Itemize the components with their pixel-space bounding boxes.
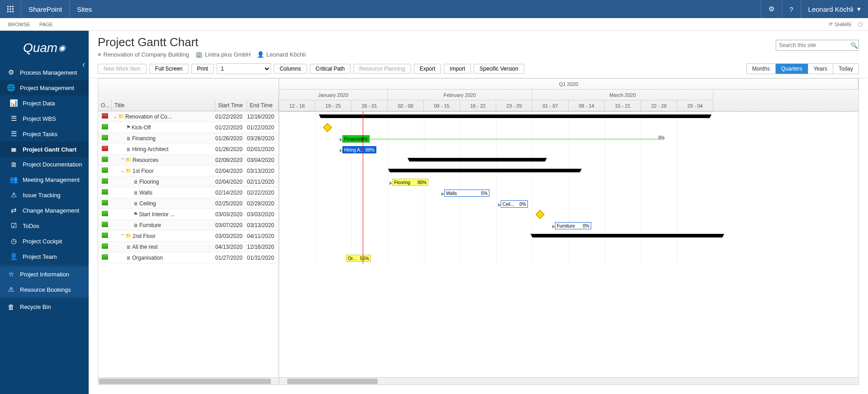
table-row[interactable]: 🗎 Ceiling02/25/202002/29/2020 xyxy=(98,198,279,209)
table-row[interactable]: ⌃📁 Resources02/08/202003/04/2020 xyxy=(98,155,279,166)
search-button[interactable]: 🔍 xyxy=(849,40,859,50)
table-row[interactable]: 🗎 Walls02/14/202002/22/2020 xyxy=(98,187,279,198)
gear-icon: ⚙ xyxy=(5,68,16,76)
focus-icon[interactable]: ▢ xyxy=(858,21,863,27)
chevron-up-icon[interactable]: ⌃ xyxy=(121,233,124,238)
nav-recycle-bin[interactable]: 🗑Recycle Bin xyxy=(0,299,89,314)
import-button[interactable]: Import xyxy=(444,64,471,74)
status-indicator xyxy=(102,146,108,151)
col-header-start[interactable]: Start Time xyxy=(215,100,247,111)
help-button[interactable]: ? xyxy=(782,0,800,18)
bar-label: Flooring xyxy=(394,180,410,185)
table-row[interactable]: 🗎 Hiring Architect01/26/202002/01/2020 xyxy=(98,144,279,155)
settings-button[interactable]: ⚙ xyxy=(761,0,782,18)
crumb-company[interactable]: Lintra plus GmbH xyxy=(205,51,251,58)
toolbar: New Work Item Full Screen Print 1 Column… xyxy=(89,60,868,78)
task-bar[interactable]: Flooring80% xyxy=(392,179,428,186)
table-row[interactable]: 🗎 Financing01/26/202003/28/2020 xyxy=(98,133,279,144)
nav-project-tasks[interactable]: ☰Project Tasks xyxy=(0,126,89,142)
task-bar[interactable]: Financing9% xyxy=(342,135,370,142)
critical-path-button[interactable]: Critical Path xyxy=(310,64,351,74)
meeting-icon: 👥 xyxy=(8,176,19,184)
nav-project-cockpit[interactable]: ◷Project Cockpit xyxy=(0,233,89,249)
crumb-project[interactable]: Renovation of Company Building xyxy=(104,51,189,58)
user-menu[interactable]: Leonard Köchli ▾ xyxy=(801,0,868,18)
summary-bar[interactable] xyxy=(390,169,580,172)
table-row[interactable]: 🗎 Furniture03/07/202003/13/2020 xyxy=(98,220,279,231)
view-toggle: Months Quarters Years Today xyxy=(746,63,859,74)
collapse-sidebar-icon[interactable]: ‹ xyxy=(82,60,85,69)
app-launcher-button[interactable] xyxy=(0,0,21,18)
sites-link[interactable]: Sites xyxy=(70,0,99,18)
chevron-up-icon[interactable]: ⌃ xyxy=(121,157,124,162)
nav-project-data[interactable]: 📊Project Data xyxy=(0,95,89,111)
table-row[interactable]: ⚑ Kick-Off01/22/202001/22/2020 xyxy=(98,122,279,133)
nav-meeting-mgmt[interactable]: 👥Meeting Management xyxy=(0,172,89,187)
task-title: 1st Floor xyxy=(133,168,154,174)
info-icon: ☆ xyxy=(5,270,16,278)
summary-bar[interactable] xyxy=(532,234,722,237)
svg-rect-2 xyxy=(12,6,14,7)
table-row[interactable]: 🗎 Flooring02/04/202002/11/2020 xyxy=(98,176,279,187)
summary-bar[interactable] xyxy=(321,114,710,118)
search-input[interactable] xyxy=(776,40,849,50)
task-bar[interactable]: Hiring A...88% xyxy=(342,146,376,153)
ribbon-tab-browse[interactable]: BROWSE xyxy=(8,22,30,27)
task-bar[interactable]: Furniture0% xyxy=(555,222,591,229)
change-icon: ⇄ xyxy=(8,206,19,214)
crumb-owner[interactable]: Leonard Köchli xyxy=(266,51,306,58)
nav-project-wbs[interactable]: ☰Project WBS xyxy=(0,111,89,126)
cell-start: 02/08/2020 xyxy=(215,157,247,163)
table-row[interactable]: ⚑ Start Interior ...03/03/202003/03/2020 xyxy=(98,209,279,220)
full-screen-button[interactable]: Full Screen xyxy=(149,64,189,74)
cell-start: 03/03/2020 xyxy=(215,233,247,239)
view-quarters[interactable]: Quarters xyxy=(776,64,808,74)
summary-bar[interactable] xyxy=(409,158,545,161)
nav-process-management[interactable]: ⚙Process Management xyxy=(0,65,89,80)
nav-project-management[interactable]: 🌐Project Management xyxy=(0,80,89,95)
bar-label: Or... xyxy=(348,256,356,261)
task-title: 2nd Floor xyxy=(133,233,156,239)
view-years[interactable]: Years xyxy=(808,64,833,74)
table-row[interactable]: 🗎 Organisation01/27/202001/31/2020 xyxy=(98,252,279,263)
export-button[interactable]: Export xyxy=(414,64,441,74)
nav-resource-bookings[interactable]: ⚠Resource Bookings xyxy=(0,282,89,297)
view-months[interactable]: Months xyxy=(747,64,776,74)
task-bar[interactable]: Ceil...0% xyxy=(501,200,528,208)
col-header-status[interactable]: O... xyxy=(98,100,112,111)
nav-todos[interactable]: ☑ToDos xyxy=(0,218,89,233)
view-today[interactable]: Today xyxy=(833,64,859,74)
sharepoint-link[interactable]: SharePoint xyxy=(21,0,70,18)
nav-project-gantt[interactable]: ≣Project Gantt Chart xyxy=(0,142,89,157)
grid-hscroll[interactable] xyxy=(98,377,279,385)
chevron-down-icon[interactable]: ⌄ xyxy=(114,114,117,119)
nav-change-mgmt[interactable]: ⇄Change Management xyxy=(0,203,89,218)
tl-week: 12 - 18 xyxy=(279,100,315,111)
table-row[interactable]: ⌄📁 Renovation of Co...01/22/202012/16/20… xyxy=(98,111,279,122)
milestone[interactable] xyxy=(536,210,545,219)
task-bar[interactable]: Or...56% xyxy=(346,255,371,262)
col-header-end[interactable]: End Time xyxy=(247,100,279,111)
table-row[interactable]: ⌄📁 1st Floor02/04/202003/13/2020 xyxy=(98,166,279,176)
table-row[interactable]: ⌃📁 2nd Floor03/03/202004/11/2020 xyxy=(98,231,279,242)
ribbon-tab-page[interactable]: PAGE xyxy=(39,22,53,27)
columns-button[interactable]: Columns xyxy=(274,64,307,74)
zoom-select[interactable]: 1 xyxy=(217,63,271,74)
share-button[interactable]: SHARE xyxy=(835,22,852,27)
print-button[interactable]: Print xyxy=(191,64,214,74)
nav-project-info[interactable]: ☆Project Information xyxy=(0,266,89,282)
specific-version-button[interactable]: Specific Version xyxy=(474,64,524,74)
refresh-icon[interactable]: ⟳ xyxy=(829,21,833,27)
task-title: Hiring Architect xyxy=(132,146,169,152)
nav-issue-tracking[interactable]: ⚠Issue Tracking xyxy=(0,187,89,203)
nav-project-doc[interactable]: 🗎Project Documentation xyxy=(0,157,89,172)
milestone[interactable] xyxy=(323,123,332,132)
chevron-down-icon[interactable]: ⌄ xyxy=(121,168,124,173)
nav-project-team[interactable]: 👤Project Team xyxy=(0,249,89,264)
col-header-title[interactable]: Title xyxy=(112,100,215,111)
cell-start: 02/04/2020 xyxy=(215,179,247,185)
table-row[interactable]: 🗎 All the rest04/13/202012/16/2020 xyxy=(98,242,279,252)
tl-quarter: Q1 2020 xyxy=(279,79,859,90)
timeline-hscroll[interactable] xyxy=(279,377,859,385)
task-bar[interactable]: Walls5% xyxy=(444,190,489,197)
